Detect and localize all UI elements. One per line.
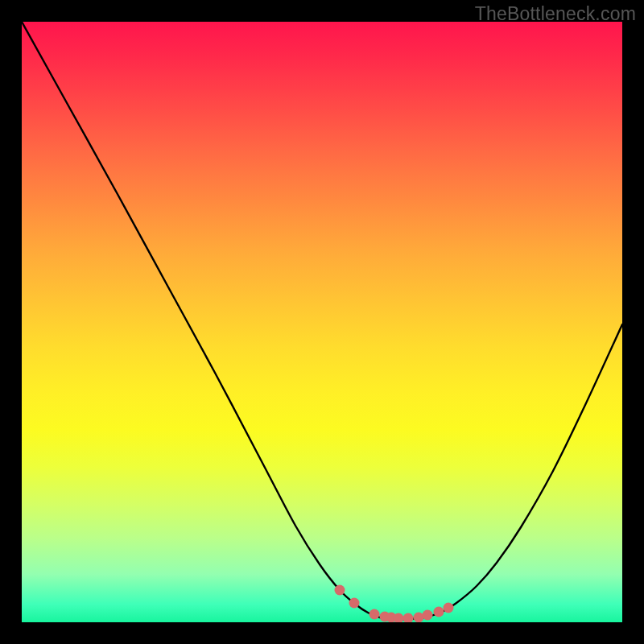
optimum-marker (403, 613, 414, 623)
curve-group (22, 22, 622, 622)
chart-frame: TheBottleneck.com (0, 0, 644, 644)
bottleneck-curve (22, 22, 622, 619)
chart-svg (22, 22, 622, 622)
optimum-markers (335, 585, 454, 623)
optimum-marker (369, 609, 380, 620)
chart-plot-area (22, 22, 622, 622)
watermark-text: TheBottleneck.com (475, 3, 636, 25)
optimum-marker (434, 607, 444, 617)
optimum-marker (349, 598, 360, 609)
optimum-marker (335, 585, 345, 596)
optimum-marker (423, 610, 433, 621)
optimum-marker (414, 613, 424, 623)
optimum-marker (444, 603, 454, 613)
